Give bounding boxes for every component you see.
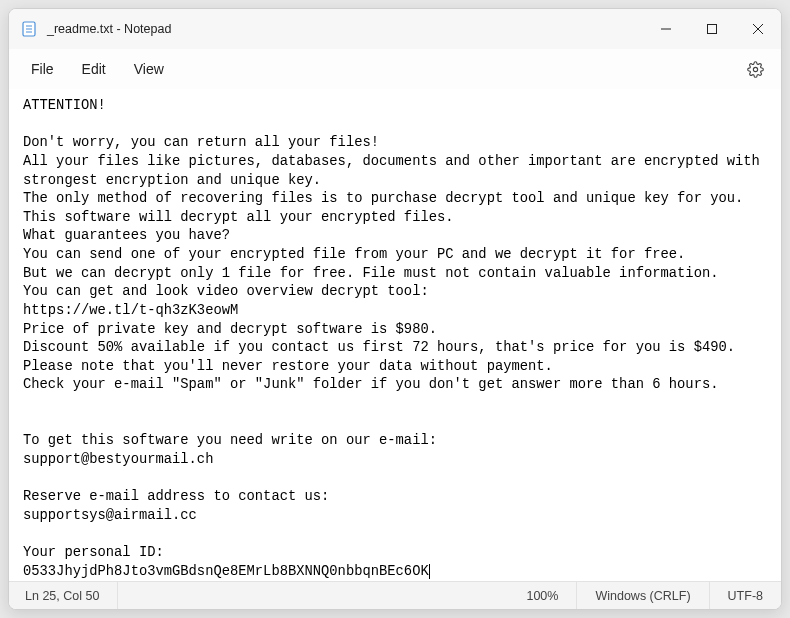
maximize-button[interactable] [689,9,735,49]
svg-point-8 [753,67,757,71]
text-line: 0533JhyjdPh8Jto3vmGBdsnQe8EMrLb8BXNNQ0nb… [23,564,429,579]
svg-rect-5 [708,25,717,34]
text-line: The only method of recovering files is t… [23,191,743,206]
text-line: Price of private key and decrypt softwar… [23,322,437,337]
menu-file[interactable]: File [17,55,68,83]
text-line: To get this software you need write on o… [23,433,437,448]
status-position: Ln 25, Col 50 [9,582,118,609]
window-title: _readme.txt - Notepad [47,22,171,36]
text-line: But we can decrypt only 1 file for free.… [23,266,718,281]
status-zoom[interactable]: 100% [508,582,577,609]
text-area[interactable]: ATTENTION! Don't worry, you can return a… [9,89,781,581]
statusbar: Ln 25, Col 50 100% Windows (CRLF) UTF-8 [9,581,781,609]
text-caret [429,564,430,579]
close-button[interactable] [735,9,781,49]
text-line: ATTENTION! [23,98,106,113]
text-line: What guarantees you have? [23,228,230,243]
text-line: Check your e-mail "Spam" or "Junk" folde… [23,377,718,392]
text-line: supportsys@airmail.cc [23,508,197,523]
text-line: Your personal ID: [23,545,164,560]
titlebar: _readme.txt - Notepad [9,9,781,49]
settings-button[interactable] [737,51,773,87]
notepad-window: _readme.txt - Notepad File Edit View ATT… [8,8,782,610]
notepad-icon [21,21,37,37]
menu-edit[interactable]: Edit [68,55,120,83]
text-line: You can get and look video overview decr… [23,284,429,299]
text-line: support@bestyourmail.ch [23,452,213,467]
text-line: https://we.tl/t-qh3zK3eowM [23,303,238,318]
text-line: All your files like pictures, databases,… [23,154,768,188]
status-line-endings: Windows (CRLF) [577,582,709,609]
text-line: Reserve e-mail address to contact us: [23,489,329,504]
menu-view[interactable]: View [120,55,178,83]
minimize-button[interactable] [643,9,689,49]
text-line: Discount 50% available if you contact us… [23,340,735,355]
text-line: This software will decrypt all your encr… [23,210,454,225]
text-line: Don't worry, you can return all your fil… [23,135,379,150]
text-line: Please note that you'll never restore yo… [23,359,553,374]
status-encoding: UTF-8 [710,582,781,609]
menubar: File Edit View [9,49,781,89]
text-line: You can send one of your encrypted file … [23,247,685,262]
